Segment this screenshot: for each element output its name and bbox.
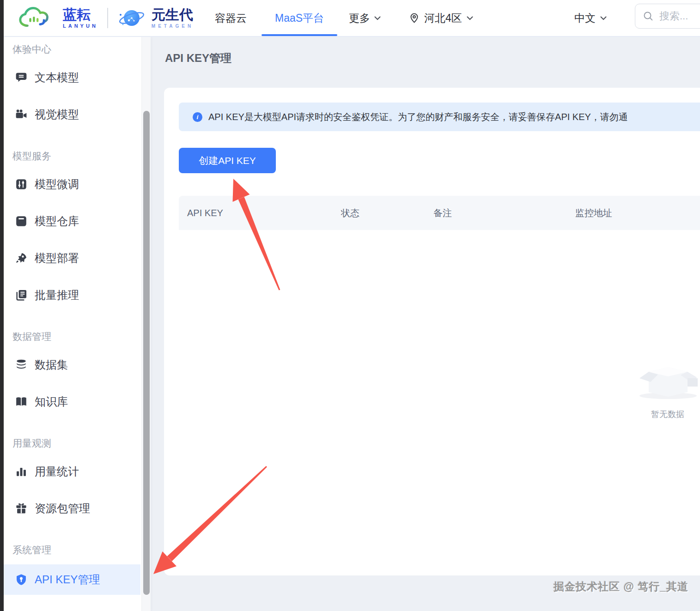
sidebar-section-data-management: 数据管理 bbox=[4, 327, 151, 346]
sidebar-item-model-finetune[interactable]: 模型微调 bbox=[4, 166, 151, 203]
sidebar-item-label: 批量推理 bbox=[35, 288, 79, 302]
chevron-down-icon bbox=[374, 16, 381, 20]
sidebar-scrollbar-track[interactable] bbox=[141, 37, 151, 611]
gift-icon bbox=[15, 502, 27, 514]
sidebar-item-dataset[interactable]: 数据集 bbox=[4, 346, 151, 383]
metagen-name-en: METAGEN bbox=[152, 24, 194, 29]
sidebar-item-partial[interactable] bbox=[4, 602, 151, 611]
sidebar-item-label: 模型仓库 bbox=[35, 214, 79, 229]
sidebar-item-text-model[interactable]: 文本模型 bbox=[4, 59, 151, 96]
bar-chart-icon bbox=[15, 466, 27, 478]
sidebar-item-vision-model[interactable]: 视觉模型 bbox=[4, 96, 151, 133]
sidebar-item-usage-stats[interactable]: 用量统计 bbox=[4, 453, 151, 490]
create-api-key-button[interactable]: 创建API KEY bbox=[179, 148, 276, 173]
empty-state: 暂无数据 bbox=[608, 353, 700, 420]
sidebar-section-experience: 体验中心 bbox=[4, 40, 151, 59]
sidebar-scrollbar-thumb[interactable] bbox=[143, 111, 150, 595]
chevron-down-icon bbox=[467, 16, 473, 20]
sidebar-item-label: 模型微调 bbox=[35, 177, 79, 192]
tab-label: 更多 bbox=[349, 11, 370, 25]
sidebar-item-label: API KEY管理 bbox=[35, 572, 100, 587]
language-selector[interactable]: 中文 bbox=[574, 0, 607, 36]
archive-icon bbox=[15, 215, 27, 227]
sidebar-item-knowledge-base[interactable]: 知识库 bbox=[4, 383, 151, 420]
sidebar-item-label: 资源包管理 bbox=[35, 501, 90, 516]
column-header-api-key: API KEY bbox=[187, 196, 223, 230]
region-label: 河北4区 bbox=[424, 11, 462, 25]
sidebar-item-label: 用量统计 bbox=[35, 464, 79, 479]
search-input[interactable] bbox=[658, 10, 700, 23]
chevron-down-icon bbox=[600, 16, 607, 20]
content-card: i API KEY是大模型API请求时的安全鉴权凭证。为了您的财产和服务安全，请… bbox=[164, 88, 700, 575]
lanyun-cloud-logo bbox=[17, 5, 56, 31]
search-icon bbox=[643, 11, 654, 22]
app-window: 蓝耘 LANYUN 元生代 ME bbox=[0, 0, 700, 611]
metagen-name-cn: 元生代 bbox=[152, 8, 194, 22]
top-navbar: 蓝耘 LANYUN 元生代 ME bbox=[4, 0, 700, 37]
book-icon bbox=[15, 396, 27, 408]
shield-key-icon bbox=[15, 574, 27, 586]
empty-state-text: 暂无数据 bbox=[608, 409, 700, 420]
brand-logos: 蓝耘 LANYUN 元生代 ME bbox=[17, 0, 194, 36]
region-selector[interactable]: 河北4区 bbox=[409, 0, 473, 36]
sidebar-item-resource-package[interactable]: 资源包管理 bbox=[4, 490, 151, 527]
window-edge bbox=[0, 0, 4, 611]
sliders-icon bbox=[15, 178, 27, 190]
tab-label: MaaS平台 bbox=[275, 11, 324, 25]
active-tab-underline bbox=[262, 34, 337, 36]
brand-divider bbox=[107, 8, 108, 28]
table-header-row: API KEY 状态 备注 监控地址 bbox=[179, 196, 700, 230]
sidebar: 体验中心文本模型视觉模型模型服务模型微调模型仓库模型部署批量推理数据管理数据集知… bbox=[4, 37, 151, 611]
sidebar-section-system-management: 系统管理 bbox=[4, 540, 151, 560]
metagen-wordmark: 元生代 METAGEN bbox=[152, 8, 194, 29]
tab-container-cloud[interactable]: 容器云 bbox=[215, 0, 247, 36]
column-header-remark: 备注 bbox=[433, 196, 452, 230]
sidebar-item-label: 数据集 bbox=[35, 357, 68, 372]
sidebar-item-label: 视觉模型 bbox=[35, 107, 79, 122]
video-icon bbox=[15, 109, 27, 121]
page-title: API KEY管理 bbox=[165, 51, 231, 66]
lanyun-name-en: LANYUN bbox=[63, 23, 98, 29]
chat-icon bbox=[15, 72, 27, 84]
tab-more[interactable]: 更多 bbox=[349, 0, 381, 36]
lanyun-name-cn: 蓝耘 bbox=[63, 8, 98, 22]
tab-label: 容器云 bbox=[215, 11, 247, 25]
empty-box-illustration bbox=[633, 353, 700, 400]
column-header-monitor-url: 监控地址 bbox=[575, 196, 612, 230]
sidebar-item-api-key-management[interactable]: API KEY管理 bbox=[4, 564, 140, 595]
database-icon bbox=[15, 359, 27, 371]
language-label: 中文 bbox=[574, 11, 596, 25]
sidebar-item-batch-inference[interactable]: 批量推理 bbox=[4, 277, 151, 314]
info-banner-text: API KEY是大模型API请求时的安全鉴权凭证。为了您的财产和服务安全，请妥善… bbox=[208, 111, 628, 123]
info-icon: i bbox=[193, 112, 202, 122]
lanyun-wordmark: 蓝耘 LANYUN bbox=[63, 8, 98, 29]
sidebar-item-model-repo[interactable]: 模型仓库 bbox=[4, 203, 151, 240]
sidebar-section-model-service: 模型服务 bbox=[4, 146, 151, 166]
search-box[interactable] bbox=[635, 4, 700, 29]
sidebar-item-model-deploy[interactable]: 模型部署 bbox=[4, 240, 151, 277]
watermark: 掘金技术社区 @ 笃行_其道 bbox=[554, 580, 688, 594]
info-banner: i API KEY是大模型API请求时的安全鉴权凭证。为了您的财产和服务安全，请… bbox=[179, 103, 700, 131]
column-header-status: 状态 bbox=[341, 196, 359, 230]
tab-maas-platform[interactable]: MaaS平台 bbox=[275, 0, 324, 36]
sidebar-item-label: 文本模型 bbox=[35, 70, 79, 85]
sidebar-menu: 体验中心文本模型视觉模型模型服务模型微调模型仓库模型部署批量推理数据管理数据集知… bbox=[4, 40, 151, 611]
sidebar-item-label: 模型部署 bbox=[35, 251, 79, 266]
main-content: API KEY管理 i API KEY是大模型API请求时的安全鉴权凭证。为了您… bbox=[151, 37, 700, 611]
metagen-planet-logo bbox=[117, 4, 145, 32]
list-doc-icon bbox=[15, 289, 27, 301]
sidebar-section-usage-observation: 用量观测 bbox=[4, 434, 151, 453]
rocket-icon bbox=[15, 252, 27, 264]
sidebar-item-label: 知识库 bbox=[35, 394, 68, 409]
location-pin-icon bbox=[409, 12, 420, 24]
